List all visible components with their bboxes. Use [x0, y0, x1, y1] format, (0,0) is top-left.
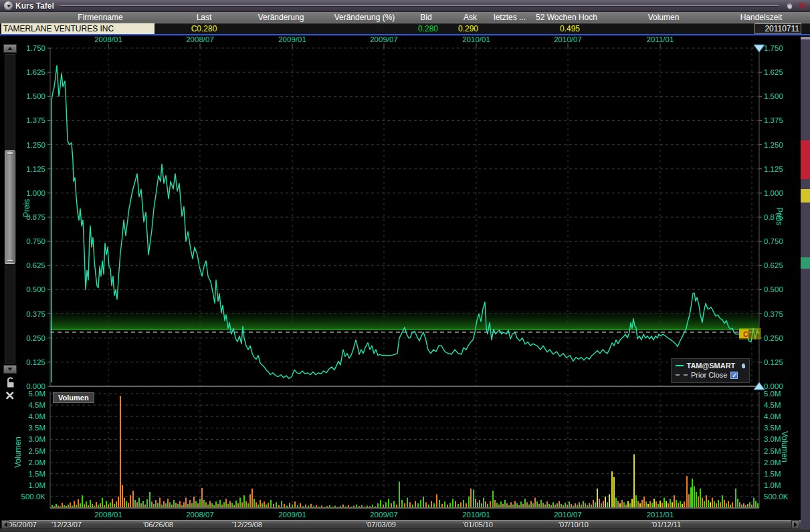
volume-bar: [332, 507, 333, 507]
volume-bar: [235, 501, 237, 507]
scroll-left-button[interactable]: [1, 520, 9, 529]
volume-bar: [728, 501, 729, 507]
col-bid[interactable]: Bid: [420, 13, 431, 22]
series-label: TAM@SMART: [687, 362, 736, 370]
vertical-scrollbar-thumb[interactable]: [5, 150, 15, 264]
prior-close-checkbox[interactable]: ✓: [730, 372, 738, 379]
volume-bar: [458, 504, 459, 507]
quote-row[interactable]: TAMERLANE VENTURES INC C0.280 0.280 0.29…: [0, 23, 810, 34]
volume-bar: [329, 505, 330, 507]
price-ytick-label-right: 1.500: [764, 92, 783, 100]
scroll-down-button[interactable]: [3, 365, 17, 374]
volume-bar: [258, 505, 259, 507]
volume-bar: [449, 503, 451, 507]
volume-bar: [161, 505, 163, 507]
legend-hand-icon[interactable]: [740, 362, 745, 370]
volume-bar: [136, 502, 138, 507]
volume-bar: [688, 494, 690, 507]
volume-bar: [655, 501, 657, 507]
volume-bar: [359, 506, 360, 507]
volume-bar: [423, 497, 424, 507]
volume-bar: [100, 503, 101, 507]
volume-bar: [404, 503, 405, 507]
last-value: C0.280: [191, 24, 217, 33]
volume-bar: [78, 499, 79, 507]
col-last[interactable]: Last: [197, 13, 212, 22]
close-pane-icon[interactable]: [5, 391, 15, 403]
volume-bar: [631, 499, 633, 507]
price-ytick-label-left: 1.500: [26, 92, 45, 100]
volume-bar: [159, 498, 161, 507]
volume-bar: [510, 502, 512, 507]
volume-bar: [114, 504, 115, 507]
volume-bar: [342, 505, 344, 507]
volume-bar: [447, 505, 448, 507]
volume-bar: [76, 505, 77, 507]
volume-bar: [340, 506, 341, 507]
scroll-up-button[interactable]: [3, 44, 17, 53]
volume-bar: [393, 501, 395, 507]
price-ytick-label-left: 1.750: [26, 44, 45, 52]
volume-bar: [70, 503, 71, 507]
col-handelszeit[interactable]: Handelszeit: [740, 13, 783, 22]
arrow-up-icon: [7, 47, 13, 50]
volume-bar: [668, 503, 669, 507]
col-letztes[interactable]: letztes ...: [494, 13, 526, 22]
range-handle-top[interactable]: [754, 45, 765, 52]
volume-bar: [300, 503, 301, 507]
price-ytick-label-right: 1.250: [764, 141, 783, 149]
volume-bar: [506, 503, 508, 507]
window-title: Kurs Tafel: [15, 1, 54, 11]
volume-bar: [518, 505, 520, 507]
price-ytick-label-right: 0.625: [764, 261, 783, 269]
volume-ytick-label-right: 2.5M: [764, 447, 781, 455]
col-firmenname[interactable]: Firmenname: [78, 13, 122, 22]
volume-bar: [436, 494, 437, 507]
price-ytick-label-left: 1.000: [26, 189, 45, 197]
scroll-date: '06/20/07: [7, 521, 37, 529]
volume-bar: [348, 505, 349, 507]
volume-bar: [388, 499, 389, 507]
volume-bar: [664, 498, 665, 507]
volume-bar: [639, 503, 641, 507]
title-divider: [60, 5, 779, 6]
chart-legend[interactable]: TAM@SMART Prior Close ✓: [671, 358, 750, 383]
volume-bar: [185, 498, 187, 507]
hand-tool-icon[interactable]: [785, 1, 795, 10]
volume-bar: [80, 503, 81, 507]
volume-bar: [613, 477, 615, 507]
volume-bar: [163, 501, 165, 507]
window-menu-button[interactable]: [4, 1, 13, 10]
volume-bar: [233, 505, 235, 507]
lock-icon[interactable]: [5, 376, 15, 391]
volume-bar: [86, 501, 87, 507]
volume-bar: [369, 506, 371, 507]
window-bottom-edge: [0, 529, 810, 532]
time-scrollbar[interactable]: '06/20/07 '12/23/07 '06/26/08 '12/29/08 …: [1, 520, 801, 529]
volume-bar: [444, 501, 445, 507]
volume-bar: [292, 505, 293, 507]
volume-ytick-label-right: 3.0M: [764, 435, 781, 443]
company-name-cell[interactable]: TAMERLANE VENTURES INC: [1, 23, 155, 34]
date-label-bottom: 2009/01: [278, 511, 306, 519]
volume-bar: [417, 503, 419, 507]
volume-ytick-label-right: 4.0M: [764, 412, 781, 420]
volume-bar: [730, 505, 731, 507]
close-icon[interactable]: [799, 2, 806, 9]
volume-bar: [195, 501, 197, 507]
volume-bar: [409, 502, 411, 507]
volume-bar: [544, 505, 546, 507]
scroll-right-button[interactable]: [791, 520, 799, 529]
volume-bar: [732, 502, 733, 507]
dropdown-icon: [7, 5, 11, 7]
volume-bar: [415, 501, 416, 507]
col-52-wochen-hoch[interactable]: 52 Wochen Hoch: [536, 13, 597, 22]
volume-bar: [498, 505, 500, 507]
col-volumen[interactable]: Volumen: [648, 13, 680, 22]
col-veraenderung[interactable]: Veränderung: [258, 13, 304, 22]
volume-bar: [179, 501, 181, 507]
col-veraenderung-pct[interactable]: Veränderung (%): [334, 13, 395, 22]
volume-bar: [316, 505, 317, 507]
col-ask[interactable]: Ask: [464, 13, 477, 22]
volume-bar: [621, 500, 623, 507]
